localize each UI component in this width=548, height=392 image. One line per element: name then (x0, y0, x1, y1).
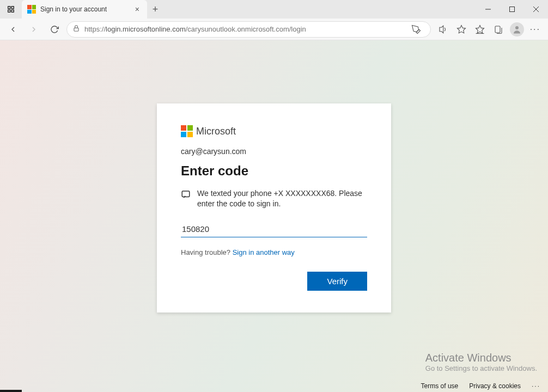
collections-icon[interactable] (490, 21, 507, 38)
maximize-button[interactable] (500, 0, 524, 19)
back-button[interactable] (4, 21, 22, 38)
code-input[interactable] (181, 221, 367, 237)
svg-rect-2 (8, 10, 10, 12)
new-tab-button[interactable]: + (147, 4, 163, 15)
taskbar-fragment (0, 390, 22, 392)
svg-rect-8 (74, 28, 78, 31)
favorites-list-icon[interactable] (471, 21, 489, 38)
trouble-row: Having trouble? Sign in another way (181, 248, 367, 256)
profile-avatar[interactable] (508, 21, 526, 38)
account-email: cary@carysun.com (181, 147, 367, 156)
watermark-title: Activate Windows (425, 352, 537, 364)
sign-in-another-way-link[interactable]: Sign in another way (233, 248, 295, 256)
tab-overview-icon[interactable] (0, 5, 22, 13)
refresh-button[interactable] (46, 21, 63, 38)
tab-title: Sign in to your account (40, 5, 129, 13)
microsoft-favicon-icon (27, 5, 36, 14)
url-field[interactable]: https://login.microsoftonline.com/carysu… (66, 21, 431, 38)
window-titlebar: Sign in to your account × + (0, 0, 548, 19)
microsoft-logo-icon (181, 125, 193, 137)
svg-marker-9 (457, 25, 465, 33)
svg-point-13 (515, 26, 519, 29)
lock-icon (72, 24, 80, 34)
svg-rect-1 (11, 7, 14, 9)
pen-icon[interactable] (407, 21, 425, 38)
window-controls (476, 0, 548, 19)
card-heading: Enter code (181, 163, 367, 179)
trouble-prefix: Having trouble? (181, 248, 233, 256)
forward-button[interactable] (25, 21, 42, 38)
footer-more-icon[interactable]: ··· (532, 382, 540, 390)
svg-rect-12 (495, 26, 500, 33)
brand-name: Microsoft (196, 126, 236, 137)
svg-rect-3 (11, 10, 14, 12)
login-card: Microsoft cary@carysun.com Enter code We… (157, 103, 391, 313)
page-content: Microsoft cary@carysun.com Enter code We… (0, 40, 548, 392)
address-bar: https://login.microsoftonline.com/carysu… (0, 19, 548, 40)
tab-close-icon[interactable]: × (133, 5, 142, 14)
minimize-button[interactable] (476, 0, 500, 19)
instruction-text: We texted your phone +X XXXXXXXX68. Plea… (197, 188, 367, 209)
url-text: https://login.microsoftonline.com/carysu… (84, 25, 403, 33)
browser-tab[interactable]: Sign in to your account × (22, 0, 147, 19)
more-menu-icon[interactable]: ··· (527, 24, 544, 34)
privacy-link[interactable]: Privacy & cookies (469, 382, 521, 390)
brand-row: Microsoft (181, 125, 367, 137)
activate-windows-watermark: Activate Windows Go to Settings to activ… (425, 352, 537, 372)
instruction-row: We texted your phone +X XXXXXXXX68. Plea… (181, 188, 367, 209)
terms-link[interactable]: Terms of use (421, 382, 459, 390)
read-aloud-icon[interactable] (434, 21, 452, 38)
watermark-subtitle: Go to Settings to activate Windows. (425, 364, 537, 372)
svg-rect-0 (8, 7, 10, 9)
page-footer: Terms of use Privacy & cookies ··· (421, 382, 540, 390)
svg-rect-5 (510, 7, 515, 12)
sms-icon (181, 189, 191, 209)
verify-button[interactable]: Verify (307, 272, 367, 291)
favorites-star-icon[interactable] (453, 21, 470, 38)
svg-marker-10 (476, 25, 484, 33)
close-window-button[interactable] (524, 0, 548, 19)
svg-rect-14 (182, 191, 190, 197)
